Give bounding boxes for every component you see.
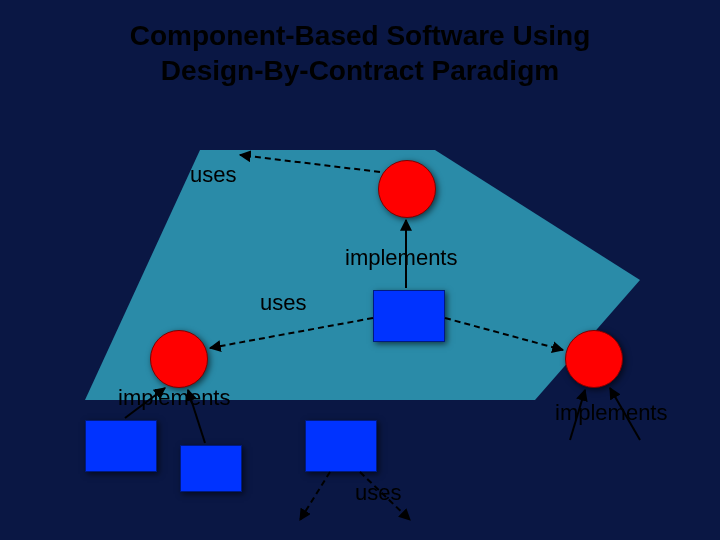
box-mid xyxy=(373,290,445,342)
label-uses-top: uses xyxy=(190,162,236,188)
box-bottom-center xyxy=(305,420,377,472)
label-uses-mid: uses xyxy=(260,290,306,316)
label-implements-top: implements xyxy=(345,245,457,271)
label-implements-left: implements xyxy=(118,385,230,411)
circle-right xyxy=(565,330,623,388)
slide: Component-Based Software Using Design-By… xyxy=(0,0,720,540)
slide-title: Component-Based Software Using Design-By… xyxy=(0,18,720,88)
box-bottom-left xyxy=(85,420,157,472)
circle-top xyxy=(378,160,436,218)
label-uses-bottom: uses xyxy=(355,480,401,506)
label-implements-right: implements xyxy=(555,400,667,426)
box-bottom-left2 xyxy=(180,445,242,492)
circle-mid-left xyxy=(150,330,208,388)
